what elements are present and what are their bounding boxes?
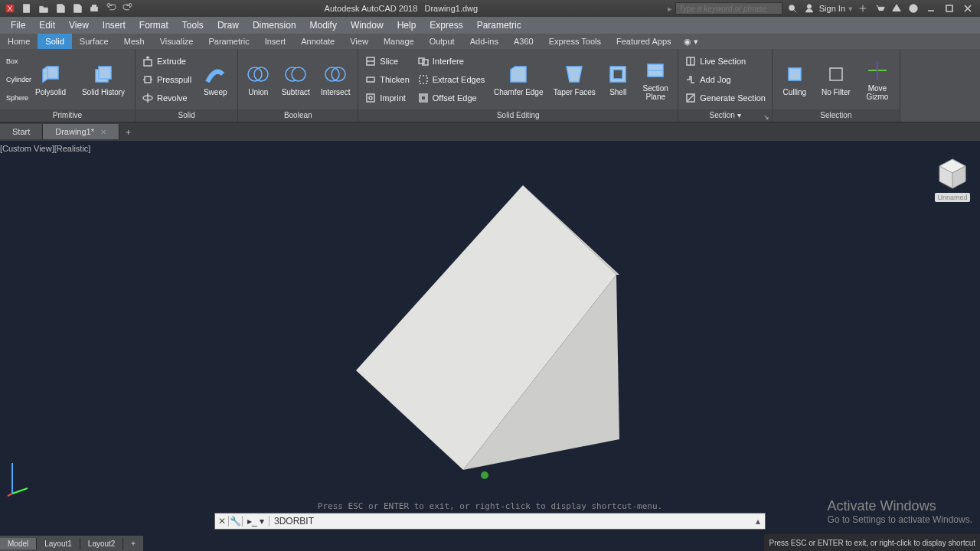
menu-file[interactable]: File: [5, 18, 31, 32]
menu-express[interactable]: Express: [423, 18, 469, 32]
interfere-button[interactable]: Interfere: [414, 52, 488, 70]
addjog-button[interactable]: Add Jog: [681, 70, 769, 89]
ws-tab-featured[interactable]: Featured Apps: [609, 34, 679, 49]
menu-tools[interactable]: Tools: [176, 18, 210, 32]
doc-tab-start[interactable]: Start: [0, 124, 43, 139]
livesection-button[interactable]: Live Section: [681, 52, 769, 70]
view-label[interactable]: [Custom View][Realistic]: [0, 144, 90, 153]
ws-tab-insert[interactable]: Insert: [257, 34, 294, 49]
panel-solid-title[interactable]: Solid: [136, 109, 237, 122]
a360-icon[interactable]: [890, 2, 903, 15]
sectionplane-button[interactable]: Section Plane: [636, 51, 675, 108]
imprint-button[interactable]: Imprint: [361, 89, 413, 107]
exchange-icon[interactable]: [856, 2, 870, 15]
signin-label[interactable]: Sign In: [819, 4, 845, 13]
search-icon[interactable]: [786, 2, 799, 15]
taper-button[interactable]: Taper Faces: [549, 51, 599, 108]
saveas-icon[interactable]: [70, 2, 84, 15]
offset-button[interactable]: Offset Edge: [414, 89, 488, 107]
panel-section-title[interactable]: Section ▾↘: [678, 109, 772, 122]
union-button[interactable]: Union: [241, 51, 275, 108]
command-history-icon[interactable]: ▴: [751, 516, 765, 527]
viewcube-label[interactable]: Unnamed: [935, 193, 969, 202]
layout-tab-layout2[interactable]: Layout2: [80, 538, 124, 549]
minimize-button[interactable]: [923, 2, 939, 15]
help-icon[interactable]: ?: [906, 2, 920, 15]
gizmo-button[interactable]: Move Gizmo: [858, 51, 897, 108]
menu-window[interactable]: Window: [345, 18, 390, 32]
view-cube[interactable]: Unnamed: [929, 156, 975, 210]
undo-icon[interactable]: [104, 2, 118, 15]
menu-format[interactable]: Format: [133, 18, 175, 32]
polysolid-button[interactable]: Polysolid: [28, 51, 74, 108]
ws-tab-addins[interactable]: Add-ins: [462, 34, 506, 49]
shell-button[interactable]: Shell: [601, 51, 635, 108]
menu-draw[interactable]: Draw: [211, 18, 245, 32]
chamfer-button[interactable]: Chamfer Edge: [489, 51, 547, 108]
open-icon[interactable]: [37, 2, 51, 15]
ws-tab-output[interactable]: Output: [422, 34, 462, 49]
presspull-button[interactable]: Presspull: [139, 70, 194, 89]
command-text[interactable]: 3DORBIT: [270, 516, 751, 527]
menu-help[interactable]: Help: [391, 18, 423, 32]
panel-editing-title[interactable]: Solid Editing: [358, 109, 678, 122]
ws-tab-manage[interactable]: Manage: [376, 34, 422, 49]
redo-icon[interactable]: [121, 2, 135, 15]
menu-insert[interactable]: Insert: [96, 18, 132, 32]
subtract-button[interactable]: Subtract: [276, 51, 315, 108]
app-menu-icon[interactable]: [3, 2, 17, 15]
ws-tab-view[interactable]: View: [342, 34, 376, 49]
ws-tab-solid[interactable]: Solid: [38, 34, 71, 49]
sphere-button[interactable]: Sphere: [3, 89, 26, 107]
save-icon[interactable]: [54, 2, 67, 15]
slice-button[interactable]: Slice: [361, 52, 413, 70]
culling-button[interactable]: Culling: [776, 51, 814, 108]
box-button[interactable]: Box: [3, 52, 26, 70]
ws-tab-a360[interactable]: A360: [506, 34, 541, 49]
ribbon-visibility-icon[interactable]: ◉ ▾: [684, 37, 698, 47]
layout-tab-model[interactable]: Model: [0, 538, 37, 549]
solidhistory-button[interactable]: Solid History: [75, 51, 132, 108]
generatesection-button[interactable]: Generate Section: [681, 89, 769, 107]
viewport[interactable]: [Custom View][Realistic] Unnamed: [0, 141, 980, 513]
cart-icon[interactable]: [873, 2, 887, 15]
panel-primitive-title[interactable]: Primitive: [0, 109, 135, 122]
menu-edit[interactable]: Edit: [33, 18, 61, 32]
intersect-button[interactable]: Intersect: [316, 51, 354, 108]
panel-expand-icon[interactable]: ↘: [763, 111, 769, 123]
maximize-button[interactable]: [942, 2, 957, 15]
solid-3d-object[interactable]: [348, 179, 624, 485]
extrude-button[interactable]: Extrude: [139, 52, 194, 70]
plot-icon[interactable]: [87, 2, 101, 15]
command-line[interactable]: ✕ 🔧 ▸_ ▾ 3DORBIT ▴: [214, 513, 766, 530]
menu-dimension[interactable]: Dimension: [247, 18, 302, 32]
ws-tab-mesh[interactable]: Mesh: [116, 34, 152, 49]
cylinder-button[interactable]: Cylinder: [3, 70, 26, 89]
extract-button[interactable]: Extract Edges: [414, 70, 488, 89]
menu-parametric[interactable]: Parametric: [471, 18, 528, 32]
sweep-button[interactable]: Sweep: [196, 51, 234, 108]
nofilter-button[interactable]: No Filter: [815, 51, 857, 108]
ws-tab-home[interactable]: Home: [0, 34, 38, 49]
menu-view[interactable]: View: [63, 18, 95, 32]
menu-modify[interactable]: Modify: [304, 18, 343, 32]
doc-tab-drawing1[interactable]: Drawing1*✕: [43, 124, 119, 139]
close-tab-icon[interactable]: ✕: [100, 128, 106, 136]
command-config-icon[interactable]: 🔧: [229, 516, 243, 527]
panel-selection-title[interactable]: Selection: [773, 109, 900, 122]
new-icon[interactable]: [20, 2, 34, 15]
close-button[interactable]: [960, 2, 975, 15]
panel-boolean-title[interactable]: Boolean: [238, 109, 358, 122]
ws-tab-visualize[interactable]: Visualize: [152, 34, 201, 49]
command-close-icon[interactable]: ✕: [215, 516, 229, 527]
layout-add-button[interactable]: ＋: [123, 536, 143, 550]
revolve-button[interactable]: Revolve: [139, 89, 194, 107]
search-input[interactable]: [675, 2, 782, 15]
thicken-button[interactable]: Thicken: [361, 70, 413, 89]
user-icon[interactable]: [802, 2, 816, 15]
layout-tab-layout1[interactable]: Layout1: [37, 538, 80, 549]
ws-tab-annotate[interactable]: Annotate: [293, 34, 342, 49]
add-tab-button[interactable]: ＋: [119, 126, 138, 138]
ws-tab-express[interactable]: Express Tools: [541, 34, 609, 49]
ws-tab-parametric[interactable]: Parametric: [201, 34, 256, 49]
